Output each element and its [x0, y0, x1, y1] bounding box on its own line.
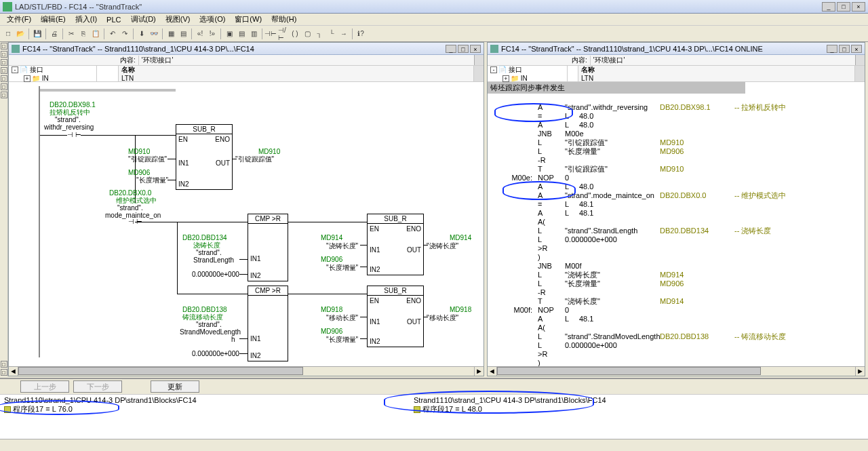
tree-child[interactable]: IN [521, 75, 528, 82]
panel-close-button[interactable]: × [851, 45, 862, 53]
fbd-icon[interactable]: ▥ [248, 28, 259, 39]
cut-icon[interactable]: ✂ [66, 28, 77, 39]
gutter-btn[interactable]: □ [1, 59, 7, 66]
gutter-btn[interactable]: □ [1, 51, 7, 58]
undo-icon[interactable]: ↶ [107, 28, 118, 39]
conn-icon[interactable]: → [338, 28, 349, 39]
h-scrollbar[interactable]: ◄ ► [9, 366, 484, 376]
stl-line[interactable]: L"长度增量"MD906 [488, 279, 865, 288]
tree-root[interactable]: 接口 [30, 66, 43, 73]
close-button[interactable]: × [852, 2, 865, 12]
cmp-r-box[interactable]: CMP >R IN1 IN2 [248, 214, 288, 281]
contact-icon[interactable]: ⊣⊢ [265, 28, 276, 39]
menu-options[interactable]: 选项(O) [195, 14, 229, 25]
tree-root[interactable]: 接口 [509, 66, 522, 73]
stl-line[interactable]: >R [488, 244, 865, 253]
stl-line[interactable]: M00f:NOP0 [488, 306, 865, 315]
panel-max-button[interactable]: □ [458, 45, 469, 53]
copy-icon[interactable]: ⎘ [78, 28, 89, 39]
maximize-button[interactable]: □ [837, 2, 850, 12]
stl-line[interactable]: =L 48.0 [488, 112, 865, 121]
stl-line[interactable]: L0.000000e+000 [488, 341, 865, 350]
stl-line[interactable]: A( [488, 218, 865, 227]
menu-insert[interactable]: 插入(I) [71, 14, 101, 25]
gutter-btn[interactable]: □ [1, 75, 7, 82]
minimize-button[interactable]: _ [822, 2, 835, 12]
branch-open-icon[interactable]: ┐ [314, 28, 325, 39]
lad-icon[interactable]: ▣ [224, 28, 235, 39]
gutter-btn[interactable]: □ [1, 92, 7, 98]
stl-line[interactable]: L0.000000e+000 [488, 235, 865, 244]
stl-line[interactable]: AL 48.1 [488, 315, 865, 323]
gutter-btn[interactable]: □ [1, 369, 7, 376]
sub-r-box[interactable]: SUB_R ENENO IN1OUT IN2 [367, 214, 424, 275]
tree-expand-icon[interactable]: + [502, 75, 509, 82]
next-button[interactable]: 下一步 [73, 380, 122, 393]
download-icon[interactable]: ⬇ [136, 28, 147, 39]
print-icon[interactable]: 🖨 [49, 28, 60, 39]
h-scrollbar[interactable]: ◄ ► [488, 366, 865, 376]
tree-child[interactable]: IN [42, 75, 49, 82]
catalog-icon[interactable]: ▤ [178, 28, 189, 39]
stl-line[interactable]: M00e:NOP0 [488, 174, 865, 182]
gutter-btn[interactable]: □ [1, 43, 7, 50]
stl-line[interactable]: ) [488, 359, 865, 366]
tree-expand-icon[interactable]: - [12, 66, 18, 73]
menu-plc[interactable]: PLC [102, 15, 125, 24]
stl-line[interactable]: AL 48.0 [488, 182, 865, 191]
go-end-icon[interactable]: !» [207, 28, 218, 39]
panel-max-button[interactable]: □ [839, 45, 850, 53]
paste-icon[interactable]: 📋 [90, 28, 101, 39]
stl-line[interactable]: A"strand".withdr_reversingDB20.DBX98.1--… [488, 103, 865, 112]
stl-line[interactable]: L"长度增量"MD906 [488, 147, 865, 156]
lad-diagram[interactable]: DB20.DBX98.1 拉矫机反转中 "strand". withdr_rev… [9, 82, 484, 366]
coil-icon[interactable]: ( ) [290, 28, 300, 39]
block-icon[interactable]: ▦ [165, 28, 176, 39]
update-button[interactable]: 更新 [151, 380, 199, 393]
stl-line[interactable]: A"strand".mode_maintce_onDB20.DBX0.0-- 维… [488, 191, 865, 200]
stl-line[interactable]: JNBM00e [488, 130, 865, 138]
stl-line[interactable]: AL 48.1 [488, 209, 865, 218]
open-icon[interactable]: 📂 [15, 28, 26, 39]
menu-edit[interactable]: 编辑(E) [37, 14, 70, 25]
sub-r-box[interactable]: SUB_R ENENO IN1OUT IN2 [176, 124, 233, 190]
stl-line[interactable]: L"引锭跟踪值"MD910 [488, 138, 865, 147]
ncontact-icon[interactable]: ⊣/⊢ [277, 28, 288, 39]
stl-line[interactable]: T"浇铸长度"MD914 [488, 297, 865, 306]
prev-button[interactable]: 上一步 [20, 380, 69, 393]
panel-close-button[interactable]: × [470, 45, 481, 53]
stl-line[interactable]: -R [488, 156, 865, 165]
go-begin-icon[interactable]: «! [195, 28, 205, 39]
box-icon[interactable]: ▢ [302, 28, 313, 39]
new-icon[interactable]: □ [3, 28, 14, 39]
stl-line[interactable]: ) [488, 253, 865, 262]
gutter-btn[interactable]: □ [1, 361, 7, 368]
stl-line[interactable]: AL 48.0 [488, 121, 865, 130]
stl-line[interactable]: L"浇铸长度"MD914 [488, 271, 865, 279]
save-icon[interactable]: 💾 [32, 28, 43, 39]
tree-expand-icon[interactable]: - [490, 66, 497, 73]
gutter-btn[interactable]: □ [1, 83, 7, 90]
gutter-btn[interactable]: □ [1, 67, 7, 74]
menu-file[interactable]: 文件(F) [3, 14, 35, 25]
cmp-r-box[interactable]: CMP >R IN1 IN2 [248, 286, 288, 361]
stl-line[interactable]: JNBM00f [488, 262, 865, 271]
panel-min-button[interactable]: _ [446, 45, 456, 53]
menu-debug[interactable]: 调试(D) [127, 14, 160, 25]
stl-line[interactable]: L"strand".StrandMovedLengthDB20.DBD138--… [488, 332, 865, 341]
stl-line[interactable]: =L 48.1 [488, 200, 865, 209]
stl-line[interactable]: >R [488, 350, 865, 359]
online-icon[interactable]: 👓 [149, 28, 159, 39]
panel-min-button[interactable]: _ [827, 45, 837, 53]
tree-expand-icon[interactable]: + [24, 75, 31, 82]
menu-view[interactable]: 视图(V) [161, 14, 195, 25]
sub-r-box[interactable]: SUB_R ENENO IN1OUT IN2 [367, 286, 424, 347]
branch-close-icon[interactable]: └ [326, 28, 337, 39]
menu-help[interactable]: 帮助(H) [267, 14, 300, 25]
redo-icon[interactable]: ↷ [119, 28, 130, 39]
stl-line[interactable]: A( [488, 323, 865, 332]
stl-line[interactable]: T"引锭跟踪值"MD910 [488, 165, 865, 174]
stl-icon[interactable]: ▤ [236, 28, 247, 39]
help-icon[interactable]: ℹ? [355, 28, 366, 39]
menu-window[interactable]: 窗口(W) [231, 14, 266, 25]
